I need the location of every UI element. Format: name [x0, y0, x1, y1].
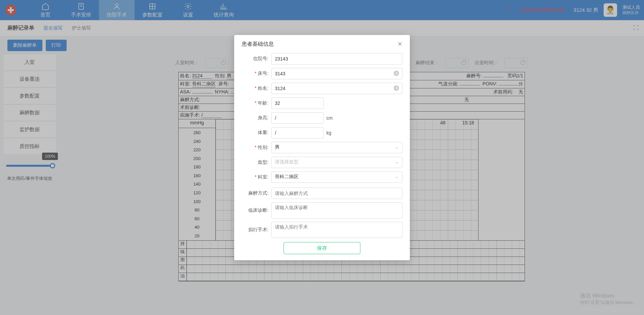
weight-unit: kg — [326, 130, 331, 135]
sex-label: 性别: — [242, 145, 271, 151]
clinicaldx-textarea[interactable] — [271, 202, 402, 219]
hospno-input[interactable] — [271, 53, 402, 65]
weight-input[interactable] — [271, 127, 324, 139]
age-label: 年龄: — [242, 100, 271, 106]
bed-input[interactable] — [271, 68, 402, 79]
dept-label: 科室: — [242, 174, 271, 180]
blood-placeholder: 请选择血型 — [275, 159, 298, 164]
weight-label: 体重: — [242, 130, 271, 136]
sex-select[interactable]: 男 — [271, 142, 402, 153]
clinicaldx-label: 临床诊断: — [242, 207, 271, 213]
blood-label: 血型: — [242, 159, 271, 165]
dept-select[interactable]: 骨科二病区 — [271, 171, 402, 183]
modal-body: 住院号: 床号:✕ 姓名:✕ 年龄: 身高:cm 体重:kg 性别:男 血型:请… — [234, 52, 410, 260]
age-input[interactable] — [271, 97, 324, 109]
clear-icon[interactable]: ✕ — [394, 85, 399, 91]
bed-label: 床号: — [242, 71, 271, 77]
modal-title: 患者基础信息 — [242, 41, 274, 48]
dept-value: 骨科二病区 — [275, 174, 298, 179]
plannedop-label: 拟行手术: — [242, 227, 271, 233]
blood-select[interactable]: 请选择血型 — [271, 157, 402, 168]
height-input[interactable] — [271, 112, 324, 124]
close-icon[interactable]: ✕ — [397, 40, 402, 48]
sex-value: 男 — [275, 144, 280, 150]
anesmethod-label: 麻醉方式: — [242, 190, 271, 196]
name-input[interactable] — [271, 83, 402, 94]
windows-activate-watermark: 激活 Windows 转到"设置"以激活 Windows。 — [580, 292, 637, 306]
plannedop-textarea[interactable] — [271, 222, 402, 238]
win-title: 激活 Windows — [580, 292, 637, 300]
win-sub: 转到"设置"以激活 Windows。 — [580, 300, 637, 306]
patient-info-modal: 患者基础信息 ✕ 住院号: 床号:✕ 姓名:✕ 年龄: 身高:cm 体重:kg … — [234, 35, 410, 260]
modal-header: 患者基础信息 ✕ — [234, 35, 410, 52]
height-label: 身高: — [242, 115, 271, 121]
height-unit: cm — [326, 115, 333, 121]
save-button[interactable]: 保存 — [284, 242, 360, 254]
hospno-label: 住院号: — [242, 56, 271, 62]
csdn-watermark: CSDN @爱笑的源码基地 — [583, 307, 639, 313]
name-label: 姓名: — [242, 85, 271, 91]
anesmethod-input[interactable] — [271, 188, 402, 199]
clear-icon[interactable]: ✕ — [394, 71, 399, 76]
